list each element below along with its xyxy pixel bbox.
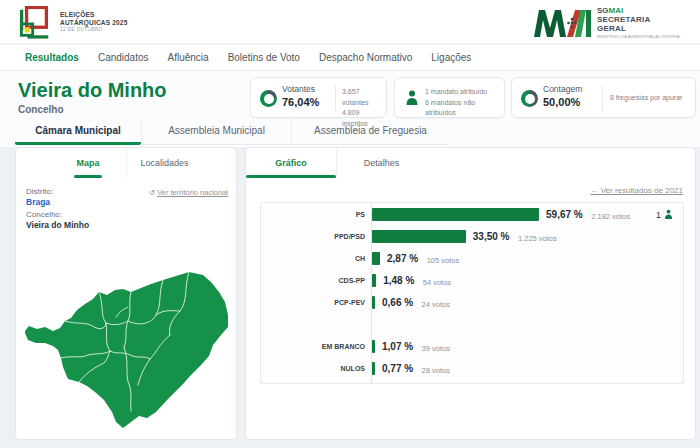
left-arrow-icon: ←	[590, 186, 598, 195]
result-bar[interactable]	[372, 230, 466, 243]
main-nav: Resultados Candidatos Afluência Boletins…	[0, 45, 700, 71]
chart-row: PPD/PSD 33,50 % 1.225 votos	[261, 230, 683, 244]
tab-assembleia-freguesia[interactable]: Assembleia de Freguesia	[291, 119, 449, 145]
contagem-detail: 8 freguesias por apurar	[610, 93, 682, 104]
chart-row: CDS-PP 1,48 % 54 votos	[261, 274, 683, 288]
reset-territory-link[interactable]: ↺Ver território nacional	[149, 188, 228, 197]
percent-value: 33,50 %	[473, 231, 510, 242]
contagem-progress-ring	[521, 90, 538, 107]
sgmai-mai: MAI	[609, 6, 624, 15]
map-panel-tabs: Mapa Localidades	[16, 148, 236, 178]
party-label: PS	[261, 211, 365, 218]
party-label: PCP-PEV	[261, 299, 365, 306]
result-bar[interactable]	[372, 362, 375, 375]
nav-resultados[interactable]: Resultados	[25, 52, 79, 63]
votes-value: 28 votos	[422, 366, 450, 375]
contagem-percent: 50,00%	[543, 96, 580, 108]
elections-logo-line2: AUTÁRQUICAS 2025	[60, 19, 128, 27]
chart-row: NULOS 0,77 % 28 votos	[261, 362, 683, 376]
votes-value: 54 votos	[423, 278, 451, 287]
chart-row: CH 2,87 % 105 votos	[261, 252, 683, 266]
stat-card-mandatos: 1 mandato atribuído 6 mandatos não atrib…	[394, 77, 505, 118]
district-link[interactable]: Braga	[26, 197, 89, 209]
percent-value: 1,48 %	[383, 275, 414, 286]
result-bar[interactable]	[372, 296, 375, 309]
results-2021-link[interactable]: ← Ver resultados de 2021	[590, 186, 683, 195]
elections-logo-line1: ELEIÇÕES	[60, 11, 128, 19]
map-panel: Mapa Localidades Distrito: Braga Concelh…	[15, 147, 237, 440]
page-title: Vieira do Minho	[18, 79, 167, 102]
votantes-progress-ring	[260, 90, 277, 107]
result-bar[interactable]	[372, 340, 375, 353]
top-header: ELEIÇÕES AUTÁRQUICAS 2025 12 DE OUTUBRO …	[0, 0, 700, 44]
tab-grafico[interactable]: Gráfico	[246, 148, 336, 178]
party-label: CDS-PP	[261, 277, 365, 284]
party-label: NULOS	[261, 365, 365, 372]
mandate-person-icon	[664, 209, 673, 220]
tab-camara-municipal[interactable]: Câmara Municipal	[15, 119, 141, 145]
concelho-value: Vieira do Minho	[26, 220, 89, 232]
votantes-label: Votantes	[282, 84, 315, 94]
district-label: Distrito:	[26, 186, 89, 197]
nav-ligacoes[interactable]: Ligações	[431, 52, 471, 63]
result-bar[interactable]	[372, 252, 380, 265]
party-label: EM BRANCO	[261, 343, 365, 350]
votantes-percent: 76,04%	[282, 96, 319, 108]
contagem-label: Contagem	[543, 84, 582, 94]
concelho-label: Concelho:	[26, 209, 89, 220]
sgmai-logo: SGMAI SECRETARIA GERAL MINISTÉRIO DA ADM…	[533, 7, 688, 39]
party-label: PPD/PSD	[261, 233, 365, 240]
mandate-count: 1	[656, 209, 673, 220]
mandatos-line1: 1 mandato atribuído	[425, 88, 487, 95]
votes-value: 105 votos	[427, 256, 460, 265]
percent-value: 0,66 %	[382, 297, 413, 308]
elections-logo-icon	[18, 6, 54, 40]
elections-logo[interactable]: ELEIÇÕES AUTÁRQUICAS 2025 12 DE OUTUBRO	[18, 4, 218, 42]
stat-card-contagem: Contagem 50,00% 8 freguesias por apurar	[511, 77, 696, 118]
votes-value: 24 votos	[422, 300, 450, 309]
percent-value: 59,67 %	[546, 209, 583, 220]
tab-assembleia-municipal[interactable]: Assembleia Municipal	[141, 119, 291, 145]
chart-row: PCP-PEV 0,66 % 24 votos	[261, 296, 683, 310]
percent-value: 1,07 %	[382, 341, 413, 352]
mandatos-line2: 6 mandatos não atribuídos	[425, 99, 475, 117]
bar-chart: PS 59,67 % 2.182 votos 1 PPD/PSD 33,50 %…	[260, 202, 684, 384]
chart-panel-tabs: Gráfico Detalhes	[246, 148, 695, 178]
sgmai-line3: GERAL	[597, 25, 680, 34]
party-label: CH	[261, 255, 365, 262]
page-subtitle: Concelho	[18, 104, 64, 115]
organ-tabs: Câmara Municipal Assembleia Municipal As…	[15, 119, 449, 145]
nav-candidatos[interactable]: Candidatos	[98, 52, 149, 63]
chart-panel: Gráfico Detalhes ← Ver resultados de 202…	[245, 147, 696, 440]
municipality-map[interactable]	[20, 243, 234, 438]
tab-localidades[interactable]: Localidades	[126, 148, 202, 178]
tab-detalhes[interactable]: Detalhes	[336, 148, 426, 178]
nav-boletins[interactable]: Boletins de Voto	[228, 52, 300, 63]
result-bar[interactable]	[372, 208, 539, 221]
sgmai-sg: SG	[597, 6, 609, 15]
nav-afluencia[interactable]: Afluência	[168, 52, 209, 63]
votes-value: 1.225 votos	[518, 234, 557, 243]
mandates-person-icon	[405, 90, 419, 106]
tab-mapa[interactable]: Mapa	[50, 148, 126, 178]
undo-icon: ↺	[149, 188, 155, 197]
votes-value: 2.182 votos	[591, 212, 630, 221]
nav-despacho[interactable]: Despacho Normativo	[319, 52, 412, 63]
votantes-detail-1: 3.657 votantes	[342, 88, 368, 106]
chart-row: PS 59,67 % 2.182 votos 1	[261, 208, 683, 222]
elections-logo-line3: 12 DE OUTUBRO	[60, 27, 128, 33]
chart-row: EM BRANCO 1,07 % 39 votos	[261, 340, 683, 354]
votes-value: 39 votos	[422, 344, 450, 353]
sgmai-tagline: MINISTÉRIO DA ADMINISTRAÇÃO INTERNA	[597, 35, 680, 39]
map-outline	[25, 272, 228, 428]
sgmai-logo-icon	[533, 8, 591, 38]
stat-card-votantes: Votantes 76,04% 3.657 votantes 4.809 ins…	[250, 77, 387, 118]
percent-value: 0,77 %	[382, 363, 413, 374]
percent-value: 2,87 %	[387, 253, 418, 264]
result-bar[interactable]	[372, 274, 376, 287]
